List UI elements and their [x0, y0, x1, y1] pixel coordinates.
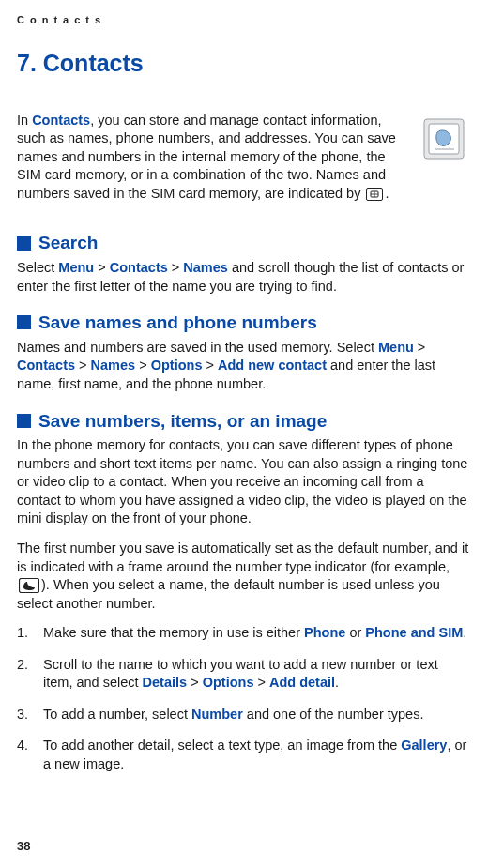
options-link: Options [151, 358, 203, 373]
step1-or: or [345, 625, 365, 640]
gt: > [135, 358, 151, 373]
step1-post: . [463, 625, 466, 640]
list-item: Scroll to the name to which you want to … [17, 656, 471, 693]
save-names-pre: Names and numbers are saved in the used … [17, 340, 378, 355]
contacts-link: Contacts [110, 260, 168, 275]
contacts-chapter-icon [420, 114, 471, 164]
phone-and-sim-link: Phone and SIM [365, 625, 463, 640]
names-link: Names [183, 260, 228, 275]
add-new-contact-link: Add new contact [218, 358, 327, 373]
gt: > [187, 675, 203, 690]
intro-block: In Contacts, you can store and manage co… [17, 112, 471, 215]
number-link: Number [191, 707, 243, 722]
names-link: Names [91, 358, 136, 373]
gt: > [253, 675, 269, 690]
intro-contacts-link: Contacts [32, 113, 90, 128]
list-item: To add another detail, select a text typ… [17, 737, 471, 773]
section-bullet-icon [17, 315, 31, 329]
details-link: Details [143, 675, 188, 690]
contacts-link: Contacts [17, 358, 75, 373]
gt: > [94, 260, 110, 275]
step3-post: and one of the number types. [243, 707, 424, 722]
section-title-save-names: Save names and phone numbers [38, 311, 317, 335]
save-items-p1: In the phone memory for contacts, you ca… [17, 436, 471, 528]
intro-tail: . [385, 186, 389, 201]
list-item: To add a number, select Number and one o… [17, 706, 471, 724]
section-head-save-names: Save names and phone numbers [17, 311, 471, 335]
phone-link: Phone [304, 625, 345, 640]
numbered-steps: Make sure that the memory in use is eith… [17, 624, 471, 773]
section-bullet-icon [17, 236, 31, 251]
gt: > [75, 358, 91, 373]
step2-post: . [335, 675, 339, 690]
section-title-search: Search [38, 231, 98, 255]
menu-link: Menu [58, 260, 94, 275]
svg-rect-6 [20, 579, 39, 593]
intro-paragraph: In Contacts, you can store and manage co… [17, 112, 409, 204]
chapter-title: 7. Contacts [17, 48, 471, 80]
search-paragraph: Select Menu > Contacts > Names and scrol… [17, 259, 471, 296]
section-head-search: Search [17, 231, 471, 255]
page-number: 38 [17, 838, 30, 855]
add-detail-link: Add detail [269, 675, 335, 690]
save-items-p2-post: ). When you select a name, the default n… [17, 577, 440, 611]
options-link: Options [203, 675, 254, 690]
search-pre: Select [17, 260, 58, 275]
step3-pre: To add a number, select [43, 707, 191, 722]
section-title-save-items: Save numbers, items, or an image [38, 409, 327, 434]
running-header: Contacts [17, 13, 471, 27]
save-items-p2-pre: The first number you save is automatical… [17, 541, 468, 574]
step1-pre: Make sure that the memory in use is eith… [43, 625, 304, 640]
gt: > [414, 340, 426, 355]
sim-card-icon [366, 188, 383, 201]
gt: > [202, 358, 218, 373]
step4-pre: To add another detail, select a text typ… [43, 738, 401, 753]
intro-pre: In [17, 113, 32, 128]
section-bullet-icon [17, 414, 31, 428]
gallery-link: Gallery [401, 738, 447, 753]
save-items-p2: The first number you save is automatical… [17, 540, 471, 613]
gt: > [168, 260, 184, 275]
save-names-paragraph: Names and numbers are saved in the used … [17, 339, 471, 394]
list-item: Make sure that the memory in use is eith… [17, 624, 471, 643]
phone-number-type-icon [19, 578, 39, 593]
section-head-save-items: Save numbers, items, or an image [17, 409, 471, 434]
menu-link: Menu [378, 340, 414, 355]
